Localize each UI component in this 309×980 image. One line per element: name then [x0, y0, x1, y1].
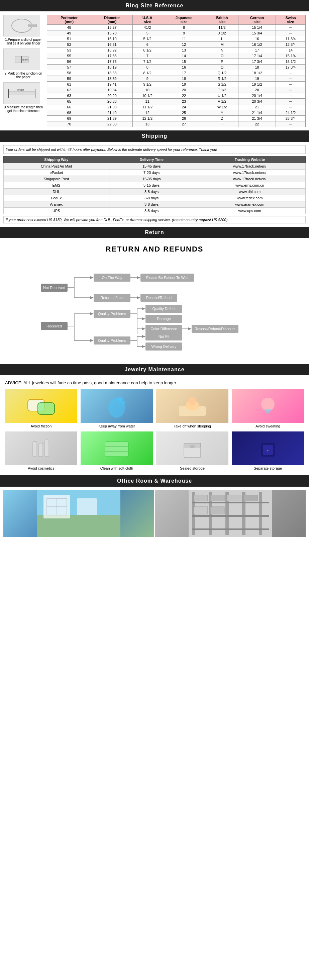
shipping-header: Shipping	[0, 130, 309, 142]
ship-table-row: Singapore Post15-35 dayswww.17track.net/…	[4, 176, 306, 182]
shipping-header-row: Shipping Way Delivery Time Tracking Webs…	[4, 156, 306, 163]
ring-table-cell: 9	[162, 30, 206, 36]
svg-rect-106	[192, 528, 269, 530]
ring-table-cell: 63	[47, 93, 91, 99]
svg-marker-41	[142, 307, 145, 310]
svg-marker-27	[137, 296, 140, 299]
ship-table-cell: 15-35 days	[109, 176, 194, 182]
ring-table-cell: 8 1/2	[133, 70, 162, 76]
ship-table-cell: 3-8 days	[109, 201, 194, 208]
ship-table-cell: 7-20 days	[109, 170, 194, 176]
ring-table-cell: 10	[133, 87, 162, 93]
ring-table-cell: 61	[47, 82, 91, 87]
svg-text:Not Fit: Not Fit	[159, 334, 169, 339]
ship-table-cell: ePacket	[4, 170, 109, 176]
ring-table-cell: 55	[47, 53, 91, 59]
ship-table-row: UPS3-8 dayswww.ups.com	[4, 208, 306, 214]
svg-marker-45	[142, 317, 145, 320]
ring-table-row: 6821.491225Y21 1/424 1/2	[47, 110, 306, 116]
ring-table-cell: 19 1/2	[239, 82, 276, 87]
ring-table-cell: 49	[47, 30, 91, 36]
office-image-2	[155, 490, 306, 537]
ring-table-cell: U 1/2	[206, 93, 239, 99]
jewelry-section: Jewelry Maintenance ADVICE: ALL jewelrie…	[0, 364, 309, 475]
ship-table-row: FedEx3-8 dayswww.fedex.com	[4, 195, 306, 201]
svg-point-77	[188, 397, 196, 405]
svg-point-73	[117, 397, 123, 402]
ring-table-cell: 68	[47, 110, 91, 116]
svg-marker-53	[188, 328, 192, 330]
ship-table-cell: UPS	[4, 208, 109, 214]
ring-table-wrap: Perimeter(mm) Diameter(mm) U.S.Asize Jap…	[47, 15, 306, 127]
svg-point-78	[261, 398, 274, 411]
office-header: Office Room & Warehouse	[0, 475, 309, 487]
step-1-text: 1.Prepare a slip of paper and tie it on …	[3, 38, 43, 45]
sealed-image	[156, 431, 228, 465]
ring-table-cell: 18.19	[91, 65, 133, 70]
ring-table-row: 6320.2010 1/222U 1/220 1/4···	[47, 93, 306, 99]
ring-table-cell: 20	[239, 87, 276, 93]
col-british: Britishsize	[206, 15, 239, 25]
cloth-caption: Clean with soft cloth	[81, 466, 153, 470]
return-main-title: RETURN AND REFUNDS	[3, 245, 306, 253]
sealed-caption: Sealed storoge	[156, 466, 228, 470]
ring-table-cell: 19	[239, 76, 276, 82]
jewelry-advice: ADVICE: ALL jewelries will fade as time …	[5, 380, 304, 385]
svg-text:♦: ♦	[267, 449, 269, 452]
svg-text:mark: mark	[22, 58, 29, 61]
ring-table-header-row: Perimeter(mm) Diameter(mm) U.S.Asize Jap…	[47, 15, 306, 25]
ring-table-body: 4815.2741/2811/215 1/4···4915.7059J 1/21…	[47, 25, 306, 127]
ring-table-cell: 15 3/4	[239, 30, 276, 36]
ring-table-cell: P	[206, 59, 239, 65]
ring-table-cell: 21.08	[91, 104, 133, 110]
svg-text:Not Received: Not Received	[43, 286, 65, 290]
ship-table-cell: 3-8 days	[109, 195, 194, 201]
ring-table-cell: S 1/2	[206, 82, 239, 87]
ring-table-cell: 16.10	[91, 36, 133, 42]
ring-table-cell: 15 1/4	[239, 25, 276, 30]
ring-table-cell: N	[206, 48, 239, 53]
ship-table-cell: www.dhl.com	[194, 189, 305, 195]
ring-table-cell: 24 1/2	[276, 110, 306, 116]
ring-table-cell: 19	[162, 82, 206, 87]
ship-table-cell: 3-8 days	[109, 208, 194, 214]
ring-table-cell: ···	[276, 99, 306, 104]
step-1-illustration	[3, 15, 40, 37]
ring-table-cell: 58	[47, 70, 91, 76]
col-perimeter: Perimeter(mm)	[47, 15, 91, 25]
jewelry-item-separate: ♦ Separate storage	[232, 431, 304, 470]
ring-table-cell: T 1/2	[206, 87, 239, 93]
ring-table-cell: 16.92	[91, 48, 133, 53]
ring-size-title: Ring Size Reference	[126, 3, 183, 8]
jewelry-title: Jewelry Maintenance	[124, 367, 184, 372]
ring-table-cell: 28 3/4	[276, 116, 306, 121]
ring-table-cell: 62	[47, 87, 91, 93]
ring-table-cell: ···	[276, 87, 306, 93]
svg-text:Color Difference: Color Difference	[150, 327, 177, 331]
ring-table-cell: 18	[162, 76, 206, 82]
ring-table-cell: 17 1/4	[239, 53, 276, 59]
ring-table-row: 5316.926 1/213N1714	[47, 48, 306, 53]
return-flow-svg: Not Received On The Way Please Be Patien…	[37, 260, 272, 357]
ring-table-cell: 14	[276, 48, 306, 53]
ring-table-row: 5918.89918R 1/219···	[47, 76, 306, 82]
jewelry-grid: Avoid friction Keep away from water	[5, 389, 304, 470]
ring-table-cell: 13	[162, 48, 206, 53]
svg-marker-19	[137, 276, 140, 279]
svg-text:On The Way: On The Way	[102, 275, 123, 280]
ring-table-cell: R 1/2	[206, 76, 239, 82]
svg-rect-104	[192, 502, 269, 503]
ring-table-cell: 12	[162, 42, 206, 48]
water-image	[81, 389, 153, 423]
ring-table-cell: 27	[162, 121, 206, 127]
ring-table-cell: ···	[276, 121, 306, 127]
ring-table-cell: 6 1/2	[133, 48, 162, 53]
col-japanese: Japanesesize	[162, 15, 206, 25]
ring-table-cell: 15	[162, 59, 206, 65]
ring-table-cell: 17.75	[91, 59, 133, 65]
return-section: Return RETURN AND REFUNDS Not Received O…	[0, 227, 309, 364]
ring-table-cell: 70	[47, 121, 91, 127]
ring-table-cell: 16	[239, 36, 276, 42]
ring-table-cell: 17 3/4	[276, 65, 306, 70]
svg-marker-49	[142, 328, 145, 330]
